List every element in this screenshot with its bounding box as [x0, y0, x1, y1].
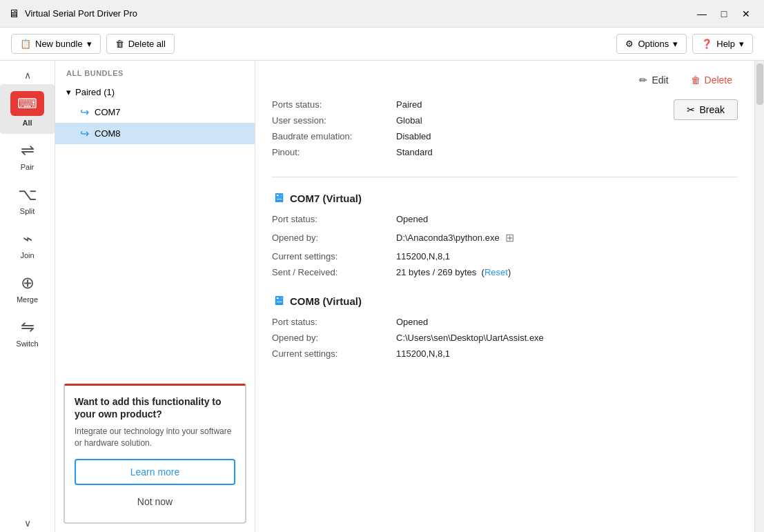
- com7-reset-link[interactable]: Reset: [484, 267, 508, 277]
- tree-group-paired[interactable]: ▾ Paired (1): [55, 83, 255, 101]
- tree-group-paired-label: Paired (1): [75, 87, 115, 97]
- delete-label: Delete: [705, 75, 732, 86]
- ports-status-info: Ports status: Paired User session: Globa…: [272, 99, 433, 163]
- com7-opened-by-value: D:\Anaconda3\python.exe: [396, 233, 500, 243]
- user-session-label: User session:: [272, 115, 396, 126]
- new-bundle-icon: 📋: [20, 39, 31, 49]
- tree-header: ALL BUNDLES: [55, 61, 255, 83]
- tree-item-com7[interactable]: ↪ COM7: [55, 101, 255, 123]
- com7-settings-label: Current settings:: [272, 251, 396, 262]
- sidebar-item-all-label: All: [22, 119, 32, 127]
- section-divider: [272, 177, 738, 177]
- user-session-item: User session: Global: [272, 115, 433, 126]
- com7-port-icon: 🖥: [272, 191, 284, 206]
- com7-opened-by-label: Opened by:: [272, 233, 396, 243]
- com8-port-icon: 🖥: [272, 294, 284, 308]
- sidebar-item-split[interactable]: ⌥ Split: [0, 178, 55, 222]
- options-label: Options: [638, 39, 669, 49]
- learn-more-button[interactable]: Learn more: [75, 459, 235, 485]
- app-icon: 🖥: [8, 8, 19, 20]
- scrollbar-thumb[interactable]: [756, 63, 763, 105]
- help-button[interactable]: ❓ Help ▾: [692, 34, 753, 54]
- new-bundle-button[interactable]: 📋 New bundle ▾: [11, 34, 101, 54]
- com8-port-status-value: Opened: [396, 317, 428, 327]
- nav-chevron-down-button[interactable]: ∨: [24, 517, 31, 529]
- content-panel: ✏ Edit 🗑 Delete Ports status: Paired Use…: [255, 61, 754, 532]
- ports-status-item: Ports status: Paired: [272, 99, 433, 110]
- nav-chevron-up-button[interactable]: ∧: [24, 69, 31, 81]
- close-button[interactable]: ✕: [736, 4, 756, 23]
- promo-box: Want to add this functionality to your o…: [63, 384, 246, 524]
- ports-status-label: Ports status:: [272, 99, 396, 110]
- break-icon: ✂: [687, 104, 695, 115]
- action-bar: ✏ Edit 🗑 Delete: [272, 72, 738, 88]
- delete-all-icon: 🗑: [115, 39, 124, 49]
- nav-chevrons-bottom: ∨: [0, 514, 55, 532]
- tree-panel: ALL BUNDLES ▾ Paired (1) ↪ COM7 ↪ COM8 W…: [55, 61, 255, 532]
- edit-icon: ✏: [639, 75, 647, 86]
- tree-item-com8[interactable]: ↪ COM8: [55, 123, 255, 144]
- pinout-value: Standard: [396, 147, 433, 157]
- app-title: Virtual Serial Port Driver Pro: [25, 8, 137, 19]
- toolbar-right: ⚙ Options ▾ ❓ Help ▾: [616, 34, 753, 54]
- com7-opened-by-item: Opened by: D:\Anaconda3\python.exe ⊞: [272, 230, 738, 246]
- com7-settings-item: Current settings: 115200,N,8,1: [272, 251, 738, 262]
- sidebar-item-all[interactable]: ⌨ All: [0, 84, 55, 134]
- nav-chevrons: ∧: [0, 66, 55, 84]
- pair-icon: ⇌: [21, 141, 35, 160]
- com8-opened-by-item: Opened by: C:\Users\sen\Desktop\UartAssi…: [272, 333, 738, 343]
- com7-section: 🖥 COM7 (Virtual) Port status: Opened Ope…: [272, 191, 738, 277]
- delete-all-label: Delete all: [128, 39, 166, 49]
- all-icon: ⌨: [10, 91, 44, 116]
- options-button[interactable]: ⚙ Options ▾: [616, 34, 687, 54]
- help-chevron-icon: ▾: [739, 39, 744, 49]
- edit-button[interactable]: ✏ Edit: [634, 72, 674, 88]
- com7-sent-received-item: Sent / Received: 21 bytes / 269 bytes (R…: [272, 267, 738, 277]
- baudrate-label: Baudrate emulation:: [272, 131, 396, 141]
- delete-button[interactable]: 🗑 Delete: [685, 72, 738, 88]
- com7-sent-received-value: 21 bytes / 269 bytes (Reset): [396, 267, 511, 277]
- sidebar-item-pair[interactable]: ⇌ Pair: [0, 134, 55, 178]
- promo-title: Want to add this functionality to your o…: [75, 395, 235, 420]
- content-scrollbar[interactable]: [754, 61, 764, 532]
- tree-item-com8-label: COM8: [95, 128, 121, 139]
- main-layout: ∧ ⌨ All ⇌ Pair ⌥ Split ⌁ Join ⊕ Merge ⇋ …: [0, 61, 764, 532]
- com7-port-status-item: Port status: Opened: [272, 214, 738, 224]
- sidebar-item-merge[interactable]: ⊕ Merge: [0, 266, 55, 311]
- edit-label: Edit: [652, 75, 668, 86]
- sidebar-item-pair-label: Pair: [21, 163, 35, 171]
- baudrate-value: Disabled: [396, 131, 431, 141]
- minimize-button[interactable]: —: [692, 4, 712, 23]
- delete-all-button[interactable]: 🗑 Delete all: [106, 34, 175, 54]
- title-bar-controls: — □ ✕: [692, 4, 756, 23]
- com8-settings-value: 115200,N,8,1: [396, 348, 450, 359]
- com8-opened-by-label: Opened by:: [272, 333, 396, 343]
- com8-section: 🖥 COM8 (Virtual) Port status: Opened Ope…: [272, 294, 738, 359]
- com8-arrow-icon: ↪: [80, 127, 89, 140]
- merge-icon: ⊕: [21, 273, 35, 293]
- break-button[interactable]: ✂ Break: [674, 99, 738, 120]
- maximize-button[interactable]: □: [714, 4, 734, 23]
- com8-settings-item: Current settings: 115200,N,8,1: [272, 348, 738, 359]
- icon-nav: ∧ ⌨ All ⇌ Pair ⌥ Split ⌁ Join ⊕ Merge ⇋ …: [0, 61, 55, 532]
- baudrate-item: Baudrate emulation: Disabled: [272, 131, 433, 141]
- join-icon: ⌁: [23, 229, 32, 248]
- sidebar-item-join[interactable]: ⌁ Join: [0, 222, 55, 266]
- com7-copy-button[interactable]: ⊞: [502, 230, 517, 246]
- new-bundle-label: New bundle: [35, 39, 83, 49]
- sidebar-item-switch[interactable]: ⇋ Switch: [0, 311, 55, 355]
- com8-port-status-item: Port status: Opened: [272, 317, 738, 327]
- promo-description: Integrate our technology into your softw…: [75, 426, 235, 449]
- com7-port-status-value: Opened: [396, 214, 428, 224]
- help-icon: ❓: [701, 39, 712, 49]
- sidebar-item-merge-label: Merge: [17, 295, 38, 304]
- com7-title: 🖥 COM7 (Virtual): [272, 191, 738, 206]
- help-label: Help: [716, 39, 735, 49]
- com7-sent-received-label: Sent / Received:: [272, 267, 396, 277]
- not-now-button[interactable]: Not now: [75, 491, 235, 513]
- tree-item-com7-label: COM7: [95, 107, 121, 117]
- ports-status-row: Ports status: Paired User session: Globa…: [272, 99, 738, 163]
- options-icon: ⚙: [625, 39, 634, 49]
- delete-icon: 🗑: [691, 75, 701, 86]
- com8-settings-label: Current settings:: [272, 348, 396, 359]
